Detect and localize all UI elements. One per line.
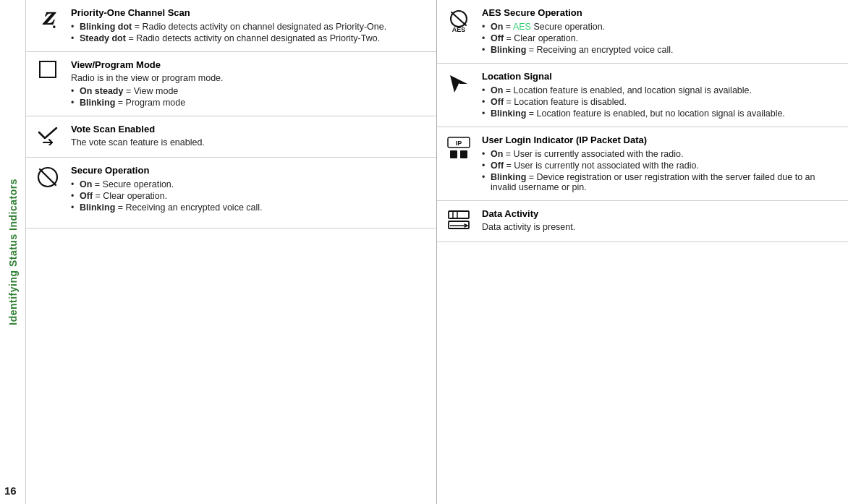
priority-one-bullets: Blinking dot = Radio detects activity on… <box>71 21 428 44</box>
vote-icon-wrap <box>32 124 64 145</box>
view-program-entry: View/Program Mode Radio is in the view o… <box>26 52 436 116</box>
columns: 𝐙 Priority-One Channel Scan Blinking dot… <box>26 0 848 504</box>
vote-scan-icon <box>36 125 59 145</box>
sidebar-label: Identifying Status Indicators <box>7 179 19 325</box>
location-bullet-3: Blinking = Location feature is enabled, … <box>482 108 839 119</box>
data-activity-text: Data Activity Data activity is present. <box>482 208 839 234</box>
view-bullet-2: Blinking = Program mode <box>71 97 428 108</box>
z-dot-icon: 𝐙 <box>42 9 54 29</box>
svg-line-4 <box>451 12 466 25</box>
data-activity-icon <box>447 210 470 230</box>
user-bullet-3: Blinking = Device registration or user r… <box>482 171 839 193</box>
aes-bullets: On = AES Secure operation. Off = Clear o… <box>482 21 839 56</box>
location-entry: Location Signal On = Location feature is… <box>437 64 848 127</box>
vote-scan-desc: The vote scan feature is enabled. <box>71 137 428 148</box>
aes-bullet-2: Off = Clear operation. <box>482 33 839 44</box>
priority-one-title: Priority-One Channel Scan <box>71 7 428 18</box>
aes-title: AES Secure Operation <box>482 7 839 18</box>
svg-text:IP: IP <box>456 140 462 147</box>
page-number: 16 <box>4 484 17 497</box>
secure-bullet-3: Blinking = Receiving an encrypted voice … <box>71 202 428 213</box>
right-column: AES AES Secure Operation On = AES Secure… <box>437 0 848 504</box>
svg-rect-11 <box>460 150 467 158</box>
sidebar: Identifying Status Indicators 16 <box>0 0 26 504</box>
secure-op-title: Secure Operation <box>71 165 428 176</box>
location-text: Location Signal On = Location feature is… <box>482 71 839 119</box>
priority-one-entry: 𝐙 Priority-One Channel Scan Blinking dot… <box>26 0 436 52</box>
user-login-text: User Login Indicator (IP Packet Data) On… <box>482 134 839 193</box>
vote-scan-text: Vote Scan Enabled The vote scan feature … <box>71 124 428 150</box>
secure-icon <box>37 166 59 188</box>
aes-text: AES Secure Operation On = AES Secure ope… <box>482 7 839 56</box>
aes-icon-wrap: AES <box>443 7 475 35</box>
location-icon <box>447 72 470 95</box>
square-icon-wrap <box>32 59 64 78</box>
ip-icon-wrap: IP <box>443 134 475 162</box>
data-activity-entry: Data Activity Data activity is present. <box>437 201 848 242</box>
data-icon-wrap <box>443 208 475 230</box>
secure-bullet-1: On = Secure operation. <box>71 179 428 190</box>
secure-op-entry: Secure Operation On = Secure operation. … <box>26 158 436 228</box>
aes-bullet-3: Blinking = Receiving an encrypted voice … <box>482 44 839 56</box>
vote-scan-title: Vote Scan Enabled <box>71 124 428 134</box>
secure-op-text: Secure Operation On = Secure operation. … <box>71 165 428 213</box>
vote-scan-entry: Vote Scan Enabled The vote scan feature … <box>26 116 436 158</box>
priority-bullet-1: Blinking dot = Radio detects activity on… <box>71 21 428 33</box>
view-program-text: View/Program Mode Radio is in the view o… <box>71 59 428 108</box>
location-bullets: On = Location feature is enabled, and lo… <box>482 85 839 119</box>
svg-text:AES: AES <box>452 26 466 33</box>
secure-bullet-2: Off = Clear operation. <box>71 190 428 202</box>
svg-line-2 <box>40 169 56 185</box>
aes-icon: AES <box>446 9 472 35</box>
location-bullet-1: On = Location feature is enabled, and lo… <box>482 85 839 96</box>
view-program-title: View/Program Mode <box>71 59 428 70</box>
data-activity-desc: Data activity is present. <box>482 222 839 232</box>
priority-bullet-2: Steady dot = Radio detects activity on c… <box>71 33 428 44</box>
svg-rect-10 <box>450 150 457 158</box>
aes-color-text: AES <box>513 22 531 32</box>
aes-entry: AES AES Secure Operation On = AES Secure… <box>437 0 848 64</box>
square-icon <box>39 61 56 78</box>
priority-icon: 𝐙 <box>32 7 64 29</box>
left-column: 𝐙 Priority-One Channel Scan Blinking dot… <box>26 0 437 504</box>
user-login-entry: IP User Login Indicator (IP Packet Data)… <box>437 127 848 201</box>
location-icon-wrap <box>443 71 475 95</box>
view-program-desc: Radio is in the view or program mode. <box>71 73 428 83</box>
user-login-title: User Login Indicator (IP Packet Data) <box>482 134 839 145</box>
ip-icon: IP <box>446 136 471 162</box>
secure-op-bullets: On = Secure operation. Off = Clear opera… <box>71 179 428 213</box>
user-login-bullets: On = User is currently associated with t… <box>482 148 839 193</box>
secure-icon-wrap <box>32 165 64 188</box>
svg-line-7 <box>459 84 467 93</box>
user-bullet-2: Off = User is currently not associated w… <box>482 160 839 171</box>
main-content: 𝐙 Priority-One Channel Scan Blinking dot… <box>26 0 848 504</box>
aes-bullet-1: On = AES Secure operation. <box>482 21 839 33</box>
priority-one-text: Priority-One Channel Scan Blinking dot =… <box>71 7 428 44</box>
user-bullet-1: On = User is currently associated with t… <box>482 148 839 160</box>
view-bullet-1: On steady = View mode <box>71 85 428 97</box>
svg-rect-12 <box>449 211 469 218</box>
location-bullet-2: Off = Location feature is disabled. <box>482 96 839 108</box>
data-activity-title: Data Activity <box>482 208 839 219</box>
location-title: Location Signal <box>482 71 839 82</box>
view-program-bullets: On steady = View mode Blinking = Program… <box>71 85 428 108</box>
